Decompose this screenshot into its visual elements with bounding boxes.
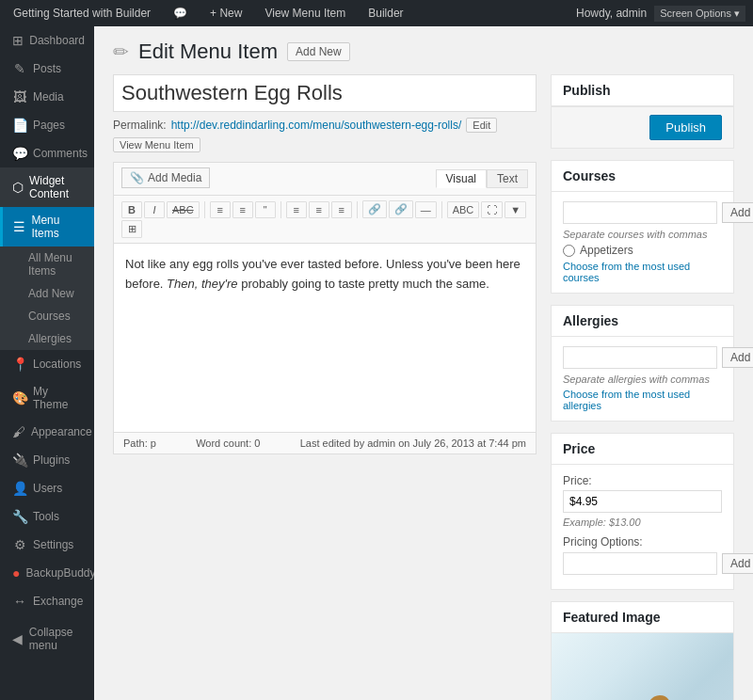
adminbar-howdy: Howdy, admin xyxy=(576,7,647,20)
sidebar-item-widget-content[interactable]: ⬡ Widget Content xyxy=(0,167,94,207)
toolbar-unlink[interactable]: 🔗 xyxy=(389,200,413,218)
sidebar-label-backupbuddy: BackupBuddy xyxy=(25,566,95,580)
collapse-icon: ◀ xyxy=(12,631,24,646)
pages-icon: 📄 xyxy=(12,118,27,133)
sidebar-item-comments[interactable]: 💬 Comments xyxy=(0,139,94,167)
sidebar-label-posts: Posts xyxy=(33,62,61,75)
toolbar-separator-4 xyxy=(441,201,442,218)
add-media-label: Add Media xyxy=(148,171,201,184)
sidebar-item-locations[interactable]: 📍 Locations xyxy=(0,350,94,378)
editor-toolbar: B I ABC ≡ ≡ " ≡ ≡ ≡ 🔗 🔗 — xyxy=(114,196,536,244)
toolbar-spellcheck[interactable]: ABC xyxy=(447,201,480,218)
price-metabox-content: Price: Example: $13.00 Pricing Options: … xyxy=(552,465,733,589)
toolbar-fullscreen[interactable]: ⛶ xyxy=(481,201,503,218)
toolbar-link[interactable]: 🔗 xyxy=(362,200,387,218)
featured-image-header: Featured Image xyxy=(552,602,733,633)
sidebar-item-posts[interactable]: ✎ Posts xyxy=(0,55,94,83)
screen-options-button[interactable]: Screen Options ▾ xyxy=(654,6,745,22)
allergies-input-row: Add xyxy=(563,346,722,369)
view-menu-item-button[interactable]: View Menu Item xyxy=(113,137,200,152)
courses-add-button[interactable]: Add xyxy=(722,202,753,223)
sidebar-item-users[interactable]: 👤 Users xyxy=(0,474,94,502)
adminbar-comments-icon[interactable]: 💬 xyxy=(168,7,193,20)
sidebar-item-appearance[interactable]: 🖌 Appearance xyxy=(0,418,94,446)
toolbar-table[interactable]: ⊞ xyxy=(121,220,142,238)
price-label: Price: xyxy=(563,474,722,487)
submenu-allergies[interactable]: Allergies xyxy=(0,327,94,350)
editor-content[interactable]: Not like any egg rolls you've ever taste… xyxy=(114,244,536,432)
sidebar-item-settings[interactable]: ⚙ Settings xyxy=(0,531,94,559)
toolbar-strike[interactable]: ABC xyxy=(167,201,200,218)
featured-image-svg xyxy=(555,636,729,701)
sidebar-label-appearance: Appearance xyxy=(31,425,92,438)
toolbar-row2-toggle[interactable]: ▼ xyxy=(505,201,526,218)
adminbar-new[interactable]: + New xyxy=(204,7,248,20)
courses-metabox: Courses Add Separate courses with commas… xyxy=(551,160,734,294)
sidebar-item-tools[interactable]: 🔧 Tools xyxy=(0,502,94,531)
toolbar-ol[interactable]: ≡ xyxy=(232,201,253,218)
allergies-add-button[interactable]: Add xyxy=(722,347,753,368)
price-metabox-header: Price xyxy=(552,434,733,465)
toolbar-align-right[interactable]: ≡ xyxy=(331,201,352,218)
adminbar-view-menu-item[interactable]: View Menu Item xyxy=(259,7,351,20)
sidebar-item-pages[interactable]: 📄 Pages xyxy=(0,111,94,139)
toolbar-align-center[interactable]: ≡ xyxy=(309,201,329,218)
main-content: ✏ Edit Menu Item Add New Permalink: http… xyxy=(94,26,753,700)
allergies-note: Separate allergies with commas xyxy=(563,374,722,385)
courses-appetizers-radio[interactable] xyxy=(563,245,575,257)
courses-input[interactable] xyxy=(563,201,717,224)
toolbar-bold[interactable]: B xyxy=(121,201,142,218)
sidebar-label-pages: Pages xyxy=(33,119,65,132)
toolbar-italic[interactable]: I xyxy=(144,201,165,218)
sidebar-label-tools: Tools xyxy=(33,510,59,523)
add-new-button[interactable]: Add New xyxy=(287,42,350,61)
page-header: ✏ Edit Menu Item Add New xyxy=(113,40,734,63)
courses-note: Separate courses with commas xyxy=(563,229,722,240)
page-icon: ✏ xyxy=(113,40,129,63)
courses-metabox-header: Courses xyxy=(552,161,733,192)
permalink-url[interactable]: http://dev.reddindarling.com/menu/southw… xyxy=(171,119,462,132)
adminbar-site-name[interactable]: Getting Started with Builder xyxy=(8,7,156,20)
add-media-button[interactable]: 📎 Add Media xyxy=(121,167,210,188)
sidebar-label-menu-items: Menu Items xyxy=(31,214,85,240)
sidebar-submenu: All Menu Items Add New Courses Allergies xyxy=(0,247,94,350)
post-title-input[interactable] xyxy=(113,74,537,112)
submenu-add-new[interactable]: Add New xyxy=(0,282,94,305)
widget-content-icon: ⬡ xyxy=(12,180,24,195)
adminbar-builder[interactable]: Builder xyxy=(362,7,409,20)
featured-image[interactable] xyxy=(552,633,733,700)
allergies-input[interactable] xyxy=(563,346,717,369)
publish-actions: Publish xyxy=(552,106,733,148)
sidebar-item-plugins[interactable]: 🔌 Plugins xyxy=(0,446,94,474)
price-input[interactable] xyxy=(563,490,722,513)
submenu-all-menu-items[interactable]: All Menu Items xyxy=(0,247,94,282)
sidebar-collapse-menu[interactable]: ◀ Collapse menu xyxy=(0,619,94,659)
sidebar-item-menu-items[interactable]: ☰ Menu Items xyxy=(0,207,94,247)
toolbar-more[interactable]: — xyxy=(415,201,437,218)
tab-text[interactable]: Text xyxy=(487,169,528,188)
sidebar-item-backupbuddy[interactable]: ● BackupBuddy xyxy=(0,559,94,587)
sidebar-item-dashboard[interactable]: ⊞ Dashboard xyxy=(0,26,94,55)
publish-button[interactable]: Publish xyxy=(649,115,722,140)
add-media-icon: 📎 xyxy=(130,171,144,184)
toolbar-ul[interactable]: ≡ xyxy=(210,201,231,218)
toolbar-blockquote[interactable]: " xyxy=(255,201,276,218)
publish-metabox: Publish Publish xyxy=(551,74,734,149)
submenu-courses[interactable]: Courses xyxy=(0,305,94,327)
sidebar-item-exchange[interactable]: ↔ Exchange xyxy=(0,587,94,615)
sidebar-item-my-theme[interactable]: 🎨 My Theme xyxy=(0,378,94,418)
editor-word-count: Word count: 0 xyxy=(196,438,260,449)
pricing-options-input[interactable] xyxy=(563,552,717,575)
courses-most-used-link[interactable]: Choose from the most used courses xyxy=(563,261,722,283)
sidebar-label-settings: Settings xyxy=(33,538,73,551)
editor-last-edited: Last edited by admin on July 26, 2013 at… xyxy=(300,438,526,449)
sidebar-item-media[interactable]: 🖼 Media xyxy=(0,83,94,111)
sidebar-label-users: Users xyxy=(33,482,62,495)
toolbar-align-left[interactable]: ≡ xyxy=(286,201,307,218)
allergies-most-used-link[interactable]: Choose from the most used allergies xyxy=(563,389,722,411)
permalink-edit-button[interactable]: Edit xyxy=(466,118,497,133)
pricing-options-add-button[interactable]: Add xyxy=(722,553,753,574)
edit-sidebar-column: Publish Publish Courses Add Separate cou… xyxy=(551,74,734,700)
tab-visual[interactable]: Visual xyxy=(436,169,487,188)
page-title: Edit Menu Item xyxy=(138,41,278,62)
